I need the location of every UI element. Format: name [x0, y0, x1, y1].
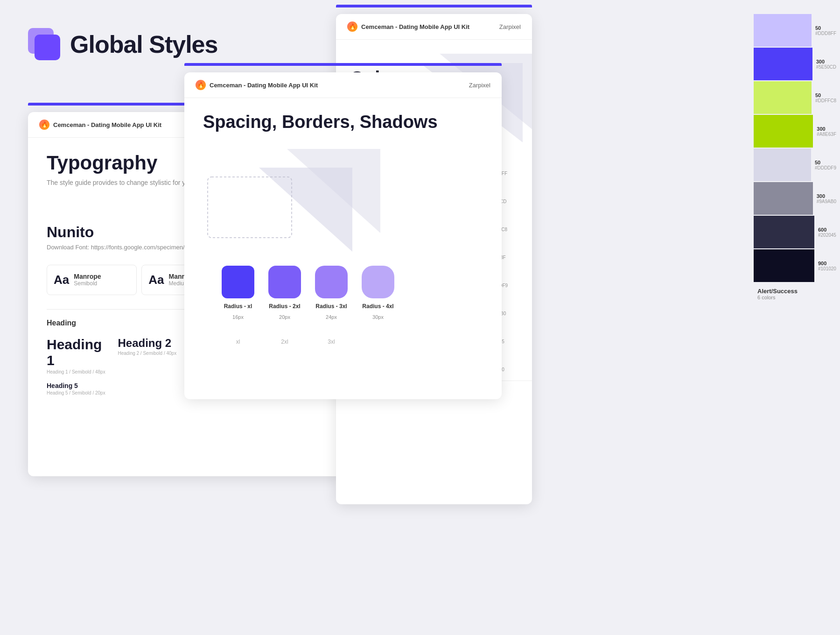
strip-info-gray-50: 50 #DDDDF9 — [811, 160, 840, 170]
spacing-brand-right: Zarpixel — [469, 82, 490, 89]
strip-weight-purple-300: 300 — [816, 59, 836, 64]
sample-weight-1: Semibold — [74, 280, 101, 287]
strip-info-dark-900: 900 #101020 — [814, 261, 840, 271]
strip-info-gray-300: 300 #9A9AB0 — [813, 193, 840, 204]
radius-sublabel-2xl: 20px — [279, 314, 290, 320]
strip-swatch-purple-300 — [754, 48, 812, 80]
spacing-geo-svg — [203, 140, 390, 261]
strip-hex-yg-300: #A8E63F — [817, 132, 836, 137]
spacing-title: Spacing, Borders, Shadows — [203, 112, 483, 132]
card-brand: 🔥 Cemceman - Dating Mobile App UI Kit — [39, 120, 161, 130]
radius-box-4xl — [362, 266, 394, 298]
spacing-geo-area — [203, 140, 483, 261]
radius-box-2xl — [268, 266, 301, 298]
heading-2: Heading 2 — [118, 337, 185, 350]
strip-hex-dark-600: #202045 — [818, 233, 836, 238]
sample-info-1: Manrope Semibold — [74, 273, 101, 287]
strip-info-dark-600: 600 #202045 — [814, 227, 840, 238]
strip-alert-sublabel: 6 colors — [757, 295, 836, 300]
spacing-brand-name: Cemceman - Dating Mobile App UI Kit — [210, 82, 318, 89]
strip-row-purple-300: 300 #5E50CD — [754, 48, 840, 80]
heading-item-5: Heading 5 Heading 5 / Semibold / 20px — [47, 382, 184, 395]
strip-swatch-yg-50 — [754, 81, 812, 114]
logo-front-square — [35, 35, 60, 60]
heading-item-2: Heading 2 Heading 2 / Semibold / 40px — [118, 337, 185, 374]
strip-weight-gray-300: 300 — [817, 193, 836, 199]
strip-hex-yg-50: #DDFFC8 — [815, 98, 836, 103]
strip-weight-gray-50: 50 — [815, 160, 836, 165]
radius-item-3xl: Radius - 3xl 24px — [315, 266, 348, 320]
radius-item-4xl: Radius - 4xl 30px — [362, 266, 394, 320]
strip-swatch-dark-900 — [754, 249, 814, 282]
strip-swatch-yg-300 — [754, 115, 813, 148]
heading-item-1: Heading 1 Heading 1 / Semibold / 48px — [47, 337, 113, 374]
heading-5-meta: Heading 5 / Semibold / 20px — [47, 390, 184, 395]
card-header-spacing: 🔥 Cemceman - Dating Mobile App UI Kit Za… — [184, 72, 502, 98]
radius-label-3xl: Radius - 3xl — [315, 303, 347, 310]
strip-alert-section: Alert/Success 6 colors — [754, 283, 840, 305]
strip-row-yg-50: 50 #DDFFC8 — [754, 81, 840, 114]
right-color-panel: 50 #DDD8FF 300 #5E50CD 50 #DDFFC8 300 #A… — [754, 14, 840, 305]
strip-weight-dark-900: 900 — [818, 261, 836, 266]
colors-accent-bar — [336, 5, 532, 7]
bottom-label-xl: xl — [222, 339, 254, 345]
bottom-labels: xl 2xl 3xl — [203, 334, 483, 350]
radius-sublabel-4xl: 30px — [372, 314, 384, 320]
strip-swatch-purple-50 — [754, 14, 812, 47]
strip-info-yg-300: 300 #A8E63F — [813, 126, 840, 137]
radius-box-xl — [222, 266, 254, 298]
header: Global Styles — [28, 28, 217, 61]
colors-brand-right: Zarpixel — [499, 23, 521, 30]
sample-aa-1: Aa — [54, 273, 69, 287]
radius-label-4xl: Radius - 4xl — [362, 303, 393, 310]
radius-item-xl: Radius - xl 16px — [222, 266, 254, 320]
bottom-label-2xl: 2xl — [268, 339, 301, 345]
page-title: Global Styles — [70, 30, 217, 58]
font-sample-semibold: Aa Manrope Semibold — [47, 265, 137, 295]
strip-weight-purple-50: 50 — [815, 25, 836, 31]
card-header-colors: 🔥 Cemceman - Dating Mobile App UI Kit Za… — [336, 14, 532, 40]
radius-section: Radius - xl 16px Radius - 2xl 20px Radiu… — [203, 261, 483, 334]
svg-marker-1 — [259, 168, 352, 252]
spacing-card-brand: 🔥 Cemceman - Dating Mobile App UI Kit — [196, 80, 318, 90]
strip-swatch-gray-300 — [754, 182, 813, 215]
sample-name-1: Manrope — [74, 273, 101, 280]
radius-label-xl: Radius - xl — [224, 303, 252, 310]
spacing-accent-bar — [184, 63, 502, 66]
radius-items: Radius - xl 16px Radius - 2xl 20px Radiu… — [222, 266, 464, 320]
radius-sublabel-3xl: 24px — [326, 314, 337, 320]
strip-alert-label: Alert/Success — [757, 288, 836, 295]
strip-row-dark-600: 600 #202045 — [754, 216, 840, 248]
strip-swatch-dark-600 — [754, 216, 814, 248]
heading-1-meta: Heading 1 / Semibold / 48px — [47, 369, 113, 374]
heading-5: Heading 5 — [47, 382, 184, 389]
strip-hex-dark-900: #101020 — [818, 266, 836, 271]
strip-row-gray-50: 50 #DDDDF9 — [754, 148, 840, 181]
strip-hex-purple-50: #DDD8FF — [815, 31, 836, 36]
strip-row-gray-300: 300 #9A9AB0 — [754, 182, 840, 215]
radius-box-3xl — [315, 266, 348, 298]
strip-row-purple-50: 50 #DDD8FF — [754, 14, 840, 47]
strip-weight-yg-50: 50 — [815, 92, 836, 98]
radius-sublabel-xl: 16px — [232, 314, 244, 320]
strip-row-dark-900: 900 #101020 — [754, 249, 840, 282]
strip-weight-dark-600: 600 — [818, 227, 836, 233]
logo-icon — [28, 28, 61, 61]
sample-aa-2: Aa — [148, 273, 164, 287]
strip-info-purple-300: 300 #5E50CD — [812, 59, 840, 70]
brand-name: Cemceman - Dating Mobile App UI Kit — [53, 121, 161, 128]
bottom-label-3xl: 3xl — [315, 339, 348, 345]
strip-hex-gray-300: #9A9AB0 — [817, 199, 836, 204]
heading-1: Heading 1 — [47, 337, 113, 368]
colors-brand-icon: 🔥 — [347, 21, 357, 32]
strip-hex-gray-50: #DDDDF9 — [815, 165, 836, 170]
strip-weight-yg-300: 300 — [817, 126, 836, 132]
strip-hex-purple-300: #5E50CD — [816, 64, 836, 70]
spacing-brand-icon: 🔥 — [196, 80, 206, 90]
radius-label-2xl: Radius - 2xl — [269, 303, 300, 310]
colors-card-brand: 🔥 Cemceman - Dating Mobile App UI Kit — [347, 21, 469, 32]
strip-swatch-gray-50 — [754, 148, 811, 181]
heading-2-meta: Heading 2 / Semibold / 40px — [118, 351, 185, 356]
colors-brand-name: Cemceman - Dating Mobile App UI Kit — [361, 23, 469, 30]
svg-rect-2 — [208, 177, 292, 238]
